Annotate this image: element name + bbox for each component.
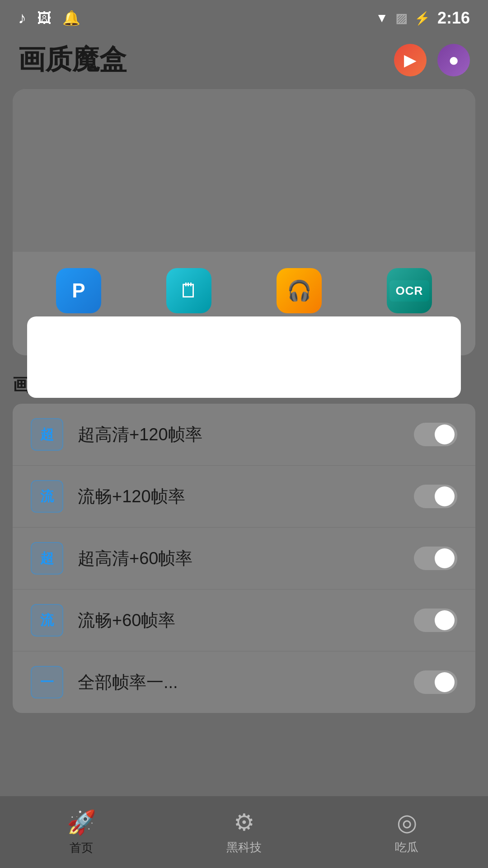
status-left-icons: ♪ 🖼 🔔 [18, 9, 80, 28]
nav-label-home: 首页 [70, 840, 93, 856]
nav-item-melon[interactable]: ◎ 吃瓜 [325, 809, 488, 855]
wifi-icon: ▼ [375, 11, 388, 25]
nav-label-melon: 吃瓜 [395, 840, 418, 855]
sim-icon: ▨ [395, 11, 407, 26]
quality-badge-4: 一 [31, 666, 63, 698]
quality-item-0: 超 超高清+120帧率 [13, 404, 475, 466]
quality-name-0: 超高清+120帧率 [78, 423, 399, 446]
quality-item-3: 流 流畅+60帧率 [13, 590, 475, 651]
ocr-text: OCR [389, 280, 430, 302]
tech-icon: ⚙ [234, 809, 255, 836]
grape-icon: ● [448, 50, 459, 70]
quality-item-4: 一 全部帧率一... [13, 651, 475, 713]
quality-badge-3: 流 [31, 604, 63, 637]
nav-label-tech: 黑科技 [226, 840, 262, 855]
nav-item-tech[interactable]: ⚙ 黑科技 [163, 809, 325, 855]
feature-icon-param: OCR [387, 268, 432, 313]
app-title: 画质魔盒 [18, 42, 127, 78]
home-icon: 🚀 [67, 809, 96, 836]
toggle-0[interactable] [414, 423, 457, 446]
play-icon: ▶ [404, 51, 417, 70]
feature-icon-audio: 🎧 [277, 268, 322, 313]
tiktok-icon: ♪ [18, 9, 26, 28]
quality-badge-1: 流 [31, 480, 63, 513]
status-right-icons: ▼ ▨ ⚡ 2:16 [375, 9, 470, 28]
status-time: 2:16 [437, 9, 470, 28]
feature-icon-fix: 🗒 [166, 268, 211, 313]
toggle-2[interactable] [414, 547, 457, 570]
header-action-icons: ▶ ● [394, 44, 470, 76]
quality-name-2: 超高清+60帧率 [78, 547, 399, 570]
dialog-overlay[interactable] [27, 316, 461, 398]
feature-icon-custom: P [56, 268, 101, 313]
quality-section: 画质修改 超 超高清+120帧率 流 流畅+120帧率 超 超高清+60帧率 流… [13, 364, 475, 713]
play-button[interactable]: ▶ [394, 44, 427, 76]
main-card: P 自定画质 🗒 修复闪退 🎧 听声辨位 OCR 参数模拟 [13, 89, 475, 355]
quality-item-1: 流 流畅+120帧率 [13, 466, 475, 528]
quality-badge-0: 超 [31, 418, 63, 451]
toggle-4[interactable] [414, 670, 457, 694]
toggle-3[interactable] [414, 609, 457, 632]
bell-icon: 🔔 [62, 9, 80, 27]
quality-list: 超 超高清+120帧率 流 流畅+120帧率 超 超高清+60帧率 流 流畅+6… [13, 404, 475, 713]
quality-badge-2: 超 [31, 542, 63, 575]
quality-name-4: 全部帧率一... [78, 671, 399, 694]
app-header: 画质魔盒 ▶ ● [0, 33, 488, 89]
quality-name-1: 流畅+120帧率 [78, 485, 399, 508]
nav-item-home[interactable]: 🚀 首页 [0, 809, 163, 856]
battery-icon: ⚡ [414, 11, 430, 26]
melon-icon: ◎ [397, 809, 417, 836]
gallery-icon: 🖼 [37, 10, 52, 27]
quality-item-2: 超 超高清+60帧率 [13, 528, 475, 590]
bottom-nav: 🚀 首页 ⚙ 黑科技 ◎ 吃瓜 [0, 796, 488, 868]
toggle-1[interactable] [414, 485, 457, 508]
grape-button[interactable]: ● [437, 44, 470, 76]
quality-name-3: 流畅+60帧率 [78, 609, 399, 632]
status-bar: ♪ 🖼 🔔 ▼ ▨ ⚡ 2:16 [0, 0, 488, 33]
banner-area [13, 89, 475, 252]
